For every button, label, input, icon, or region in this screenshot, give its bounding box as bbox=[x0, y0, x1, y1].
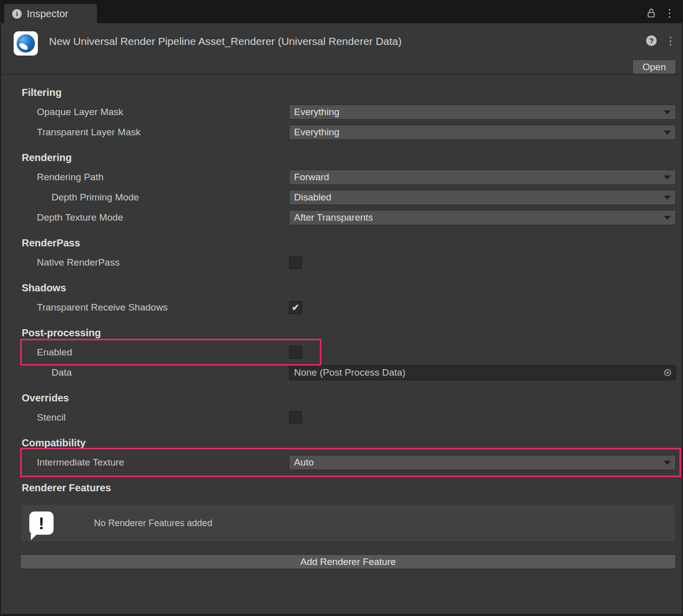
row-post-process-data: Data None (Post Process Data) bbox=[1, 365, 682, 380]
property-label: Stencil bbox=[37, 412, 289, 423]
field: Everything bbox=[289, 125, 676, 140]
chevron-down-icon bbox=[664, 195, 671, 199]
row-post-processing-enabled: Enabled ✔ bbox=[1, 345, 682, 360]
open-button[interactable]: Open bbox=[632, 60, 676, 74]
object-picker-icon[interactable] bbox=[663, 369, 672, 377]
helpbox-message: No Renderer Features added bbox=[94, 518, 212, 529]
property-label: Transparent Receive Shadows bbox=[37, 302, 289, 313]
property-label: Intermediate Texture bbox=[37, 457, 289, 468]
header-actions: ? ⋮ bbox=[646, 31, 676, 46]
tab-label: Inspector bbox=[27, 8, 68, 20]
chevron-down-icon bbox=[664, 460, 671, 465]
tab-bar: i Inspector ⋮ bbox=[1, 0, 682, 23]
inspector-window: i Inspector ⋮ New Universal Render Pipel… bbox=[0, 0, 683, 616]
rendering-path-dropdown[interactable]: Forward bbox=[289, 170, 676, 185]
info-icon: i bbox=[12, 9, 22, 19]
field: Everything bbox=[289, 105, 676, 120]
transparent-receive-shadows-checkbox[interactable]: ✔ bbox=[289, 301, 302, 314]
section-title-rendering: Rendering bbox=[22, 152, 682, 164]
section-title-post-processing: Post-processing bbox=[22, 327, 682, 339]
section-title-renderer-features: Renderer Features bbox=[22, 482, 682, 494]
asset-title: New Universal Render Pipeline Asset_Rend… bbox=[38, 31, 646, 47]
header-menu-icon[interactable]: ⋮ bbox=[665, 35, 676, 46]
property-label: Transparent Layer Mask bbox=[37, 127, 289, 138]
section-title-overrides: Overrides bbox=[22, 392, 682, 404]
help-icon[interactable]: ? bbox=[646, 35, 657, 46]
property-label: Native RenderPass bbox=[37, 257, 289, 268]
post-processing-enabled-checkbox[interactable]: ✔ bbox=[289, 346, 302, 359]
checkmark-icon: ✔ bbox=[291, 303, 299, 312]
field: None (Post Process Data) bbox=[289, 365, 676, 380]
dropdown-value: Auto bbox=[294, 457, 314, 468]
row-stencil: Stencil ✔ bbox=[1, 410, 682, 425]
dropdown-value: Everything bbox=[294, 127, 339, 138]
chevron-down-icon bbox=[664, 175, 671, 179]
opaque-layer-mask-dropdown[interactable]: Everything bbox=[289, 105, 676, 120]
intermediate-texture-dropdown[interactable]: Auto bbox=[289, 455, 676, 470]
field: ✔ bbox=[289, 301, 676, 314]
property-label: Depth Texture Mode bbox=[37, 212, 289, 223]
field: Forward bbox=[289, 170, 676, 185]
object-field-value: None (Post Process Data) bbox=[294, 367, 406, 378]
row-opaque-layer-mask: Opaque Layer Mask Everything bbox=[1, 105, 682, 120]
asset-header-top: New Universal Render Pipeline Asset_Rend… bbox=[14, 31, 676, 56]
field: After Transparents bbox=[289, 210, 676, 225]
row-intermediate-texture: Intermediate Texture Auto bbox=[1, 455, 682, 470]
renderer-asset-icon bbox=[14, 31, 38, 56]
asset-header-bottom: Open bbox=[14, 60, 676, 74]
property-label: Enabled bbox=[37, 347, 289, 358]
section-title-shadows: Shadows bbox=[22, 282, 682, 294]
row-native-renderpass: Native RenderPass ✔ bbox=[1, 255, 682, 270]
chevron-down-icon bbox=[664, 130, 671, 134]
chevron-down-icon bbox=[664, 216, 671, 220]
inspector-body: Filtering Opaque Layer Mask Everything T… bbox=[1, 87, 682, 569]
add-renderer-feature-button[interactable]: Add Renderer Feature bbox=[20, 554, 676, 569]
dropdown-value: Everything bbox=[294, 107, 339, 118]
unlock-padlock-icon[interactable] bbox=[646, 8, 656, 18]
chevron-down-icon bbox=[664, 110, 671, 114]
asset-header: New Universal Render Pipeline Asset_Rend… bbox=[1, 23, 682, 75]
tabbar-actions: ⋮ bbox=[646, 8, 682, 23]
section-title-compatibility: Compatibility bbox=[22, 437, 682, 449]
stencil-checkbox[interactable]: ✔ bbox=[289, 411, 302, 424]
native-renderpass-checkbox[interactable]: ✔ bbox=[289, 256, 302, 269]
tab-menu-icon[interactable]: ⋮ bbox=[664, 8, 675, 18]
field: Auto bbox=[289, 455, 676, 470]
dropdown-value: After Transparents bbox=[294, 212, 373, 223]
renderer-features-helpbox: ! No Renderer Features added bbox=[20, 504, 676, 542]
row-depth-priming-mode: Depth Priming Mode Disabled bbox=[1, 190, 682, 205]
section-title-renderpass: RenderPass bbox=[22, 237, 682, 249]
field: Disabled bbox=[289, 190, 676, 205]
transparent-layer-mask-dropdown[interactable]: Everything bbox=[289, 125, 676, 140]
dropdown-value: Forward bbox=[294, 172, 329, 183]
row-transparent-receive-shadows: Transparent Receive Shadows ✔ bbox=[1, 300, 682, 315]
row-transparent-layer-mask: Transparent Layer Mask Everything bbox=[1, 125, 682, 140]
section-title-filtering: Filtering bbox=[22, 87, 682, 98]
field: ✔ bbox=[289, 256, 676, 269]
depth-texture-mode-dropdown[interactable]: After Transparents bbox=[289, 210, 676, 225]
property-label: Depth Priming Mode bbox=[52, 192, 289, 203]
depth-priming-mode-dropdown[interactable]: Disabled bbox=[289, 190, 676, 205]
post-process-data-object-field[interactable]: None (Post Process Data) bbox=[289, 365, 676, 380]
row-depth-texture-mode: Depth Texture Mode After Transparents bbox=[1, 210, 682, 225]
property-label: Data bbox=[52, 367, 289, 378]
field: ✔ bbox=[289, 346, 676, 359]
exclamation-icon: ! bbox=[29, 511, 54, 535]
property-label: Opaque Layer Mask bbox=[37, 107, 289, 118]
field: ✔ bbox=[289, 411, 676, 424]
tab-inspector[interactable]: i Inspector bbox=[4, 4, 97, 23]
property-label: Rendering Path bbox=[37, 172, 289, 183]
dropdown-value: Disabled bbox=[294, 192, 331, 203]
row-rendering-path: Rendering Path Forward bbox=[1, 170, 682, 185]
